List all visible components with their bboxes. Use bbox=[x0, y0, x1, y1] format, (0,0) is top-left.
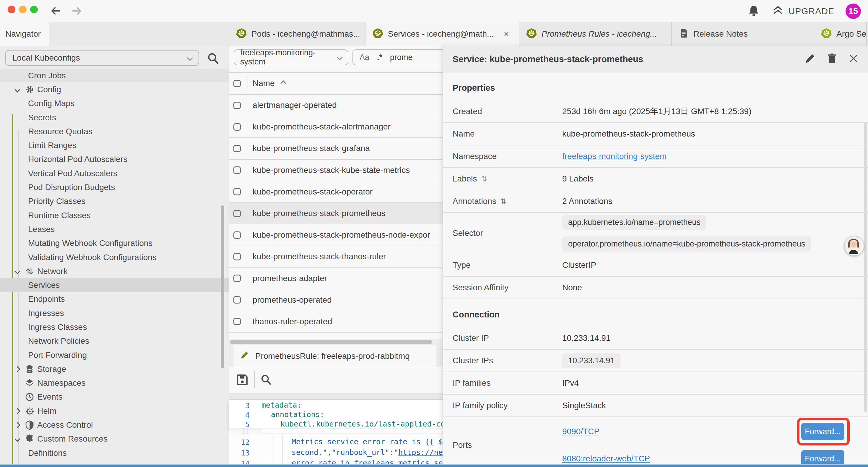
namespace-link[interactable]: freeleaps-monitoring-system bbox=[562, 152, 868, 161]
edit-pencil-icon bbox=[240, 350, 249, 362]
row-checkbox[interactable] bbox=[234, 188, 241, 195]
chevron-right-icon[interactable] bbox=[14, 408, 20, 414]
row-checkbox[interactable] bbox=[234, 145, 241, 152]
detail-label: Session Affinity bbox=[453, 283, 508, 292]
sidebar-item-config-maps[interactable]: Config Maps bbox=[0, 97, 229, 111]
tab-services-icecheng-math[interactable]: Services - icecheng@math...× bbox=[366, 22, 519, 46]
sidebar-item-config[interactable]: Config bbox=[0, 83, 229, 96]
port-link[interactable]: 8080:reloader-web/TCP bbox=[562, 454, 650, 463]
forward-arrow-icon[interactable] bbox=[70, 5, 83, 17]
tab-argo-se[interactable]: Argo Se bbox=[814, 22, 867, 46]
port-link[interactable]: 9090/TCP bbox=[562, 427, 599, 436]
chevron-down-icon[interactable] bbox=[14, 268, 20, 274]
tab-prometheus-rules-icecheng[interactable]: Prometheus Rules - icecheng... bbox=[519, 22, 672, 46]
sidebar-item-validating-webhook-configurations[interactable]: Validating Webhook Configurations bbox=[0, 250, 229, 264]
code-line: second.","runbook_url":"https://net bbox=[229, 447, 447, 457]
detail-row-type: TypeClusterIP bbox=[443, 254, 868, 276]
sidebar-item-services[interactable]: Services bbox=[0, 278, 229, 292]
tab-pods-icecheng-mathmas[interactable]: Pods - icecheng@mathmas... bbox=[229, 22, 366, 46]
sidebar-item-network-policies[interactable]: Network Policies bbox=[0, 334, 229, 348]
chevron-right-icon[interactable] bbox=[14, 366, 20, 372]
back-arrow-icon[interactable] bbox=[50, 5, 62, 17]
navigator-sidebar: Local Kubeconfigs Cron JobsConfigConfig … bbox=[0, 46, 229, 465]
notifications-bell-icon[interactable] bbox=[747, 4, 760, 18]
namespace-selector[interactable]: freeleaps-monitoring-system bbox=[234, 49, 348, 65]
row-checkbox[interactable] bbox=[234, 210, 241, 217]
save-icon[interactable] bbox=[236, 373, 249, 388]
delete-trash-icon[interactable] bbox=[826, 53, 838, 66]
sidebar-item-vertical-pod-autoscalers[interactable]: Vertical Pod Autoscalers bbox=[0, 167, 229, 180]
sidebar-item-cron-jobs[interactable]: Cron Jobs bbox=[0, 68, 229, 83]
kubeconfig-selector[interactable]: Local Kubeconfigs bbox=[5, 50, 199, 66]
sidebar-item-events[interactable]: Events bbox=[0, 390, 229, 404]
sidebar-item-storage[interactable]: Storage bbox=[0, 362, 229, 376]
sort-toggle-icon[interactable]: ⇅ bbox=[481, 175, 487, 183]
upgrade-chevrons-icon bbox=[771, 4, 784, 19]
sidebar-item-runtime-classes[interactable]: Runtime Classes bbox=[0, 208, 229, 222]
traffic-light-close[interactable] bbox=[8, 6, 16, 13]
row-checkbox[interactable] bbox=[234, 274, 241, 282]
name-column-header[interactable]: Name bbox=[253, 79, 285, 88]
sidebar-item-namespaces[interactable]: Namespaces bbox=[0, 376, 229, 390]
traffic-light-minimize[interactable] bbox=[19, 6, 27, 13]
sidebar-item-helm[interactable]: Helm bbox=[0, 404, 229, 418]
select-all-checkbox[interactable] bbox=[234, 80, 241, 87]
sidebar-item-priority-classes[interactable]: Priority Classes bbox=[0, 195, 229, 208]
close-icon[interactable] bbox=[848, 53, 859, 65]
row-checkbox[interactable] bbox=[234, 253, 241, 260]
editor-tab-prometheusrule[interactable]: PrometheusRule: freeleaps-prod-rabbitmq bbox=[233, 345, 436, 367]
traffic-light-maximize[interactable] bbox=[30, 6, 38, 13]
user-avatar[interactable] bbox=[844, 236, 864, 256]
sidebar-item-pod-disruption-budgets[interactable]: Pod Disruption Budgets bbox=[0, 180, 229, 194]
drawer-body: PropertiesCreated253d 16h 6m ago (2025年1… bbox=[443, 72, 868, 465]
table-horizontal-scrollbar[interactable] bbox=[229, 339, 442, 345]
row-checkbox[interactable] bbox=[234, 167, 241, 174]
close-tab-icon[interactable]: × bbox=[504, 29, 509, 39]
row-checkbox[interactable] bbox=[234, 123, 241, 130]
drawer-scrollbar[interactable] bbox=[864, 123, 867, 412]
regex-icon[interactable]: .* bbox=[377, 53, 382, 62]
match-case-icon[interactable]: Aa bbox=[360, 53, 369, 62]
row-checkbox[interactable] bbox=[234, 102, 241, 109]
service-name: prometheus-operated bbox=[253, 295, 332, 305]
forward-button[interactable]: Forward... bbox=[801, 450, 844, 465]
row-checkbox[interactable] bbox=[234, 318, 241, 325]
sidebar-scrollbar[interactable] bbox=[221, 205, 224, 368]
edit-pencil-icon[interactable] bbox=[804, 53, 816, 66]
sidebar-item-port-forwarding[interactable]: Port Forwarding bbox=[0, 348, 229, 362]
sidebar-item-mutating-webhook-configurations[interactable]: Mutating Webhook Configurations bbox=[0, 236, 229, 250]
sidebar-item-leases[interactable]: Leases bbox=[0, 222, 229, 236]
editor-search-icon[interactable] bbox=[260, 374, 272, 387]
sidebar-item-ingresses[interactable]: Ingresses bbox=[0, 306, 229, 320]
sidebar-search-icon[interactable] bbox=[206, 52, 220, 66]
sidebar-item-label: Vertical Pod Autoscalers bbox=[28, 169, 117, 178]
sidebar-item-resource-quotas[interactable]: Resource Quotas bbox=[0, 124, 229, 138]
sidebar-item-horizontal-pod-autoscalers[interactable]: Horizontal Pod Autoscalers bbox=[0, 152, 229, 167]
search-input-value[interactable]: prome bbox=[390, 53, 413, 62]
sidebar-item-label: Storage bbox=[37, 364, 66, 374]
sidebar-item-network[interactable]: Network bbox=[0, 264, 229, 278]
notification-count-badge[interactable]: 15 bbox=[845, 4, 861, 19]
sidebar-item-custom-resources[interactable]: Custom Resources bbox=[0, 432, 229, 446]
detail-value: 2 Annotations bbox=[562, 197, 868, 206]
sidebar-item-ingress-classes[interactable]: Ingress Classes bbox=[0, 320, 229, 334]
chevron-down-icon[interactable] bbox=[14, 436, 20, 442]
sidebar-item-secrets[interactable]: Secrets bbox=[0, 111, 229, 124]
navigator-panel-tab[interactable]: Navigator bbox=[0, 22, 49, 46]
forward-button[interactable]: Forward... bbox=[801, 423, 844, 440]
sidebar-item-label: Port Forwarding bbox=[28, 351, 87, 360]
tab-release-notes[interactable]: Release Notes bbox=[672, 22, 814, 46]
row-checkbox[interactable] bbox=[234, 296, 241, 303]
upgrade-button[interactable]: UPGRADE bbox=[771, 4, 834, 19]
chevron-right-icon[interactable] bbox=[14, 422, 20, 428]
row-checkbox[interactable] bbox=[234, 231, 241, 239]
chevron-down-icon[interactable] bbox=[14, 87, 20, 92]
sidebar-item-limit-ranges[interactable]: Limit Ranges bbox=[0, 138, 229, 152]
detail-value: 253d 16h 6m ago (2025年1月13日 GMT+8 1:25:3… bbox=[562, 106, 868, 117]
sidebar-item-definitions[interactable]: Definitions bbox=[0, 446, 229, 460]
sort-toggle-icon[interactable]: ⇅ bbox=[500, 197, 506, 205]
sidebar-item-endpoints[interactable]: Endpoints bbox=[0, 292, 229, 306]
sidebar-item-access-control[interactable]: Access Control bbox=[0, 418, 229, 432]
port-row-9090-tcp: 9090/TCPForward... bbox=[562, 418, 868, 445]
scrollbar-thumb[interactable] bbox=[230, 340, 432, 344]
